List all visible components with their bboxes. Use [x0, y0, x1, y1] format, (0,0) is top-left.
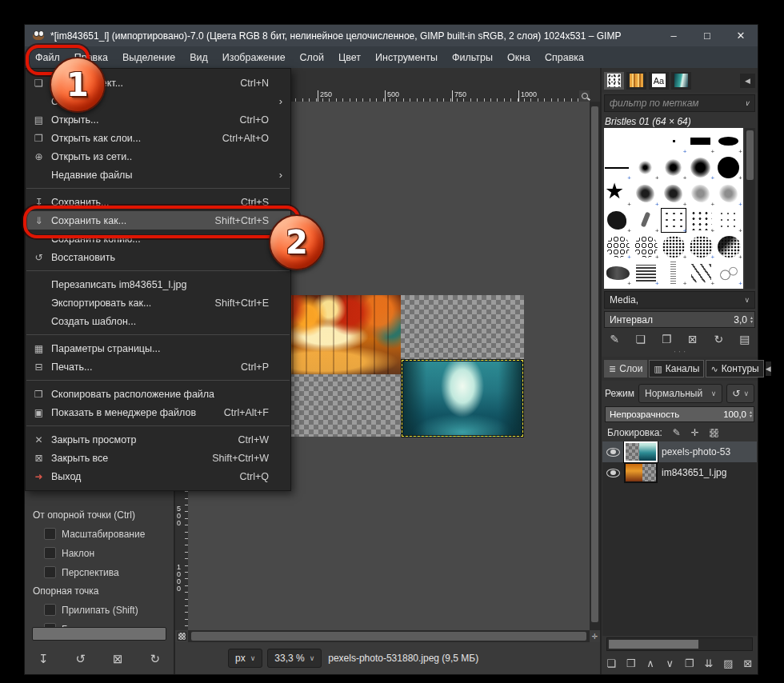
brush-spacing-slider[interactable]: Интервал 3,0 ▴▾: [604, 311, 755, 328]
brush-cell[interactable]: [632, 207, 660, 234]
brush-cell[interactable]: [632, 260, 660, 286]
merge-layer-button[interactable]: ⇊: [700, 657, 718, 669]
spinner-arrows-icon[interactable]: ▴▾: [750, 410, 752, 418]
menu-new-project[interactable]: ❏ Новый проект... Ctrl+N: [26, 74, 290, 92]
menubar-item[interactable]: Вид: [182, 49, 215, 66]
menu-create-template[interactable]: Создать шаблон...: [26, 312, 290, 330]
menubar-item[interactable]: Справка: [538, 49, 591, 66]
add-mask-button[interactable]: ▨: [719, 657, 737, 669]
brush-grid-scrollbar[interactable]: [745, 128, 755, 289]
menu-create[interactable]: Создать ›: [26, 92, 290, 110]
close-button[interactable]: ✕: [724, 25, 758, 46]
navigation-button[interactable]: ✛: [590, 630, 600, 642]
menu-open-as-layers[interactable]: ❐ Открыть как слои... Ctrl+Alt+O: [26, 129, 290, 147]
scrollbar-thumb[interactable]: [746, 130, 754, 180]
brush-cell[interactable]: [632, 181, 660, 207]
spinner-arrows-icon[interactable]: ▴▾: [750, 316, 753, 324]
menubar-item[interactable]: Изображение: [215, 49, 293, 66]
menubar-item[interactable]: Фильтры: [445, 49, 500, 66]
menubar-item[interactable]: Правка: [67, 49, 115, 66]
layer-thumbnail[interactable]: [626, 464, 656, 481]
file-menu-item[interactable]: [26, 380, 290, 381]
brush-cell[interactable]: [687, 207, 715, 234]
brush-cell[interactable]: [632, 128, 660, 154]
brush-cell[interactable]: [632, 234, 660, 260]
menu-overwrite[interactable]: Перезаписать im843651_l.jpg: [26, 275, 290, 294]
file-menu-item[interactable]: [26, 425, 290, 426]
brush-cell[interactable]: [715, 181, 743, 207]
menu-close-all[interactable]: ⊠ Закрыть все Shift+Ctrl+W: [26, 449, 290, 467]
layer-row-pexels[interactable]: pexels-photo-53: [602, 441, 757, 462]
tab-layers[interactable]: ≣ Слои: [604, 360, 647, 377]
edit-brush-button[interactable]: ✎: [606, 333, 623, 345]
brush-cell[interactable]: [604, 181, 632, 207]
tool-options-slider[interactable]: [32, 627, 166, 641]
menu-export-as[interactable]: Экспортировать как... Shift+Ctrl+E: [26, 294, 290, 312]
tool-option-checkbox-row[interactable]: Наклон: [44, 547, 167, 559]
raise-layer-button[interactable]: ∧: [642, 657, 659, 669]
menu-save[interactable]: ↧ Сохранить... Ctrl+S: [26, 193, 290, 211]
file-menu-item[interactable]: [26, 270, 290, 271]
zoom-select[interactable]: 33,3 % ∨: [267, 649, 322, 668]
tab-channels[interactable]: ▥ Каналы: [649, 360, 704, 377]
menu-revert[interactable]: ↺ Восстановить: [26, 248, 290, 266]
brush-cell[interactable]: [715, 207, 743, 234]
new-layer-group-button[interactable]: ❒: [622, 657, 640, 669]
titlebar[interactable]: *[im843651_l] (импортировано)-7.0 (Цвета…: [25, 25, 758, 46]
menu-close-view[interactable]: ✕ Закрыть просмотр Ctrl+W: [26, 430, 290, 449]
menubar-item[interactable]: Инструменты: [368, 49, 445, 66]
opacity-slider[interactable]: Непрозрачность 100,0 ▴▾: [605, 406, 754, 422]
delete-tool-preset-button[interactable]: ⊠: [109, 652, 126, 666]
brush-cell[interactable]: [632, 154, 660, 181]
media-select[interactable]: Media, ∨: [604, 291, 755, 309]
menu-open-location[interactable]: ⊕ Открыть из сети..: [26, 147, 290, 166]
tool-option-checkbox-row[interactable]: Перспектива: [44, 566, 167, 578]
tool-option-checkbox-row[interactable]: Прилипать (Shift): [44, 604, 167, 616]
horizontal-scrollbar-thumb[interactable]: [191, 632, 586, 641]
zoom-follow-window-button[interactable]: [579, 90, 590, 102]
brush-cell[interactable]: [604, 207, 632, 234]
menu-open[interactable]: ▤ Открыть... Ctrl+O: [26, 110, 290, 129]
brush-cell[interactable]: [687, 128, 715, 154]
menubar-item[interactable]: Окна: [500, 49, 538, 66]
duplicate-brush-button[interactable]: ❐: [658, 333, 675, 345]
file-menu-item[interactable]: [26, 188, 290, 189]
brush-cell[interactable]: [687, 260, 715, 286]
quick-mask-toggle[interactable]: [175, 630, 188, 642]
lower-layer-button[interactable]: ∨: [661, 657, 678, 669]
brush-cell[interactable]: [715, 154, 743, 181]
menubar-item[interactable]: Цвет: [331, 49, 368, 66]
menu-save-copy[interactable]: Сохранить копию...: [26, 230, 290, 248]
menubar-item[interactable]: Файл: [28, 49, 67, 66]
lock-pixels-button[interactable]: ✎: [673, 427, 681, 438]
checkbox[interactable]: [44, 547, 56, 559]
tab-brushes[interactable]: [604, 72, 624, 90]
layer-mode-select[interactable]: Нормальный ∨: [638, 384, 722, 403]
visibility-eye-icon[interactable]: [606, 448, 620, 457]
brush-cell[interactable]: [660, 260, 688, 286]
maximize-button[interactable]: □: [690, 25, 724, 46]
brush-cell-selected[interactable]: [660, 207, 688, 234]
delete-brush-button[interactable]: ⊠: [684, 333, 702, 345]
brush-cell[interactable]: [604, 260, 632, 286]
dock-tab-menu-button[interactable]: ◀: [766, 361, 771, 376]
lock-position-button[interactable]: ✛: [691, 427, 699, 438]
layer-thumbnail[interactable]: [626, 443, 656, 461]
brush-cell[interactable]: [660, 234, 688, 260]
brush-cell[interactable]: [687, 234, 715, 260]
duplicate-layer-button[interactable]: ❐: [681, 657, 698, 669]
brush-cell[interactable]: [660, 128, 688, 154]
brush-cell[interactable]: [604, 234, 632, 260]
new-brush-button[interactable]: ❏: [632, 333, 650, 345]
brush-grid[interactable]: [604, 128, 743, 289]
vertical-scrollbar-thumb[interactable]: [591, 106, 598, 622]
delete-layer-button[interactable]: ⊠: [739, 657, 757, 669]
reset-tool-options-button[interactable]: ↻: [146, 652, 164, 666]
brush-cell[interactable]: [715, 260, 743, 286]
brush-cell[interactable]: [660, 154, 688, 181]
brush-cell[interactable]: [660, 181, 688, 207]
dock-resize-handle[interactable]: · · ·: [602, 349, 758, 357]
layer-image-photo-selected[interactable]: [402, 360, 523, 437]
unit-select[interactable]: px ∨: [228, 649, 262, 668]
checkbox[interactable]: [44, 528, 56, 540]
